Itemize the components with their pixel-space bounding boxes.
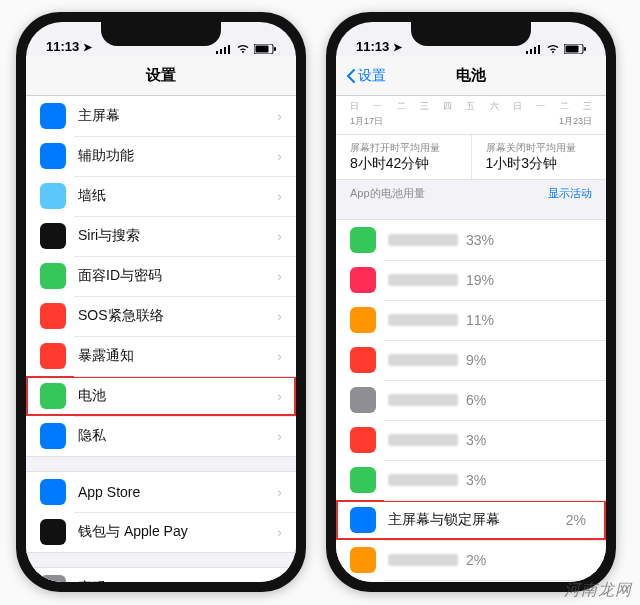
app7-icon [350, 467, 376, 493]
chevron-right-icon: › [277, 580, 282, 582]
app-label: 主屏幕与锁定屏幕 [388, 511, 566, 529]
app2-icon [350, 267, 376, 293]
row-label: 主屏幕 [78, 107, 277, 125]
signal-icon [526, 44, 542, 54]
location-icon: ➤ [393, 41, 402, 53]
battery-percentage: 6% [466, 392, 486, 408]
svg-rect-8 [530, 49, 532, 54]
svg-rect-10 [538, 45, 540, 54]
weekday-label: 二 [560, 100, 569, 113]
battery-app-row[interactable]: 2% [336, 540, 606, 580]
app-label-redacted [388, 314, 458, 326]
navbar-left: 设置 [26, 56, 296, 96]
battery-app-row[interactable]: 主屏幕与锁定屏幕2% [336, 500, 606, 540]
battery-app-row[interactable]: 3% [336, 420, 606, 460]
chevron-right-icon: › [277, 484, 282, 500]
weekday-label: 五 [466, 100, 475, 113]
home-screen-icon [40, 103, 66, 129]
chevron-right-icon: › [277, 268, 282, 284]
svg-rect-0 [216, 51, 218, 54]
weekday-label: 四 [443, 100, 452, 113]
signal-icon [216, 44, 232, 54]
battery-app-row[interactable]: 11% [336, 300, 606, 340]
settings-row-home-screen[interactable]: 主屏幕› [26, 96, 296, 136]
watermark: 河南龙网 [564, 580, 632, 601]
settings-row-privacy[interactable]: 隐私› [26, 416, 296, 456]
weekday-label: 一 [536, 100, 545, 113]
wechat-icon [350, 227, 376, 253]
location-icon: ➤ [83, 41, 92, 53]
date-range-start: 1月17日 [350, 115, 383, 128]
wallpaper-icon [40, 183, 66, 209]
row-label: 面容ID与密码 [78, 267, 277, 285]
right-phone-frame: 11:13 ➤ 设置 电池 日一二三四五六日一二三 1月17日1月23日 [326, 12, 616, 592]
battery-app-row[interactable]: 6% [336, 380, 606, 420]
settings-row-wallpaper[interactable]: 墙纸› [26, 176, 296, 216]
status-time: 11:13 [46, 39, 79, 54]
music-icon [350, 427, 376, 453]
weekday-label: 日 [513, 100, 522, 113]
week-bar: 日一二三四五六日一二三 1月17日1月23日 [336, 96, 606, 135]
battery-app-row[interactable]: 33% [336, 220, 606, 260]
app5-icon [350, 387, 376, 413]
screen-on-avg-label: 屏幕打开时平均用量 [350, 141, 457, 155]
chevron-right-icon: › [277, 108, 282, 124]
chevron-right-icon: › [277, 388, 282, 404]
row-label: 钱包与 Apple Pay [78, 523, 277, 541]
row-label: 隐私 [78, 427, 277, 445]
weekday-label: 二 [397, 100, 406, 113]
chevron-left-icon [346, 68, 356, 84]
weekday-label: 一 [373, 100, 382, 113]
svg-rect-7 [526, 51, 528, 54]
app-label-redacted [388, 434, 458, 446]
row-label: 密码 [78, 579, 277, 582]
passwords-icon [40, 575, 66, 582]
row-label: Siri与搜索 [78, 227, 277, 245]
weekday-label: 六 [490, 100, 499, 113]
battery-percentage: 2% [566, 512, 586, 528]
average-usage-row: 屏幕打开时平均用量 8小时42分钟 屏幕关闭时平均用量 1小时3分钟 [336, 135, 606, 180]
chevron-right-icon: › [277, 524, 282, 540]
wifi-icon [236, 44, 250, 54]
app3-icon [350, 307, 376, 333]
battery-percentage: 19% [466, 272, 494, 288]
settings-row-siri[interactable]: Siri与搜索› [26, 216, 296, 256]
app-label-redacted [388, 394, 458, 406]
app-label-redacted [388, 554, 458, 566]
battery-app-row[interactable]: 3% [336, 460, 606, 500]
battery-icon-status [564, 44, 586, 54]
battery-percentage: 9% [466, 352, 486, 368]
notch [101, 22, 221, 46]
accessibility-icon [40, 143, 66, 169]
exposure-icon [40, 343, 66, 369]
svg-rect-3 [228, 45, 230, 54]
battery-icon [40, 383, 66, 409]
settings-row-sos[interactable]: SOS紧急联络› [26, 296, 296, 336]
svg-rect-13 [584, 47, 586, 51]
battery-app-row[interactable]: 9% [336, 340, 606, 380]
date-range-end: 1月23日 [559, 115, 592, 128]
battery-percentage: 33% [466, 232, 494, 248]
battery-app-row[interactable]: 19% [336, 260, 606, 300]
settings-row-wallet[interactable]: 钱包与 Apple Pay› [26, 512, 296, 552]
app-label-redacted [388, 474, 458, 486]
row-label: 辅助功能 [78, 147, 277, 165]
chevron-right-icon: › [277, 308, 282, 324]
settings-row-passwords[interactable]: 密码› [26, 568, 296, 582]
settings-row-faceid[interactable]: 面容ID与密码› [26, 256, 296, 296]
show-activity-link[interactable]: 显示活动 [548, 186, 592, 201]
svg-rect-9 [534, 47, 536, 54]
left-phone-frame: 11:13 ➤ 设置 主屏幕›辅助功能›墙纸›Siri与搜索›面容ID与密码›S… [16, 12, 306, 592]
settings-row-battery[interactable]: 电池› [26, 376, 296, 416]
wallet-icon [40, 519, 66, 545]
appstore-icon [40, 479, 66, 505]
settings-row-appstore[interactable]: App Store› [26, 472, 296, 512]
svg-rect-6 [274, 47, 276, 51]
page-title: 电池 [456, 66, 486, 85]
settings-row-accessibility[interactable]: 辅助功能› [26, 136, 296, 176]
settings-row-exposure[interactable]: 暴露通知› [26, 336, 296, 376]
app9-icon [350, 547, 376, 573]
screen-on-avg-value: 8小时42分钟 [350, 155, 457, 173]
row-label: 电池 [78, 387, 277, 405]
back-button[interactable]: 设置 [346, 67, 386, 85]
